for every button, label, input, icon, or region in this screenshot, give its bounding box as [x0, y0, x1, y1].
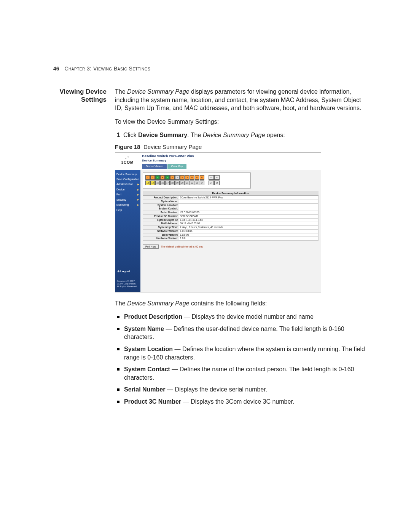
- nav-item-administration[interactable]: Administration▶: [116, 182, 139, 187]
- port-viewer-box: 1234567891011122526 13141516171819202122…: [143, 173, 251, 189]
- figure-device-summary-page: ུ 3COM Baseline Switch 2924-PWR Plus Dev…: [115, 152, 321, 292]
- row-value: 1.3.6.1.4.1.43.1.8.63: [179, 218, 319, 222]
- nav-item-device-summary[interactable]: Device Summary: [116, 172, 139, 177]
- port-15[interactable]: 15: [155, 181, 160, 185]
- nav-item-save-configuration[interactable]: Save Configuration: [116, 177, 139, 182]
- section-side-heading: Viewing Device Settings: [53, 88, 107, 104]
- page-number: 46: [53, 66, 59, 72]
- nav-item-label: Device Summary: [116, 173, 137, 176]
- logout-button[interactable]: Logout: [118, 270, 130, 273]
- breadcrumb: Device Summary: [142, 159, 319, 163]
- row-value: 00:12:a9:40:63:00: [179, 222, 319, 226]
- post-figure-line: The Device Summary Page contains the fol…: [115, 299, 365, 308]
- field-name: Serial Number: [124, 386, 165, 393]
- port-14[interactable]: 14: [150, 181, 155, 185]
- port-7[interactable]: 7: [175, 175, 180, 180]
- nav-item-device[interactable]: Device▶: [116, 187, 139, 192]
- table-row: Boot Version:1.0.0.09: [143, 233, 319, 237]
- port-6[interactable]: 6: [170, 175, 175, 180]
- port-23[interactable]: 23: [195, 181, 199, 185]
- port-8[interactable]: 8: [180, 175, 185, 180]
- nav-item-label: Device: [116, 188, 124, 191]
- vendor-logo: ུ 3COM: [115, 153, 140, 169]
- table-row: Hardware Version:1.0.0: [143, 237, 319, 241]
- poll-row: Poll Now The default polling interval is…: [143, 244, 319, 249]
- step-1: 1 Click Device Summary. The Device Summa…: [115, 131, 365, 139]
- row-key: System Up Time:: [143, 226, 179, 230]
- row-key: System Name:: [143, 200, 179, 203]
- row-value: [179, 200, 319, 203]
- row-value: 3CBL5G24PWR: [179, 214, 319, 218]
- port-12[interactable]: 12: [200, 175, 204, 180]
- uplink-ports: 2728: [209, 181, 220, 185]
- port-13[interactable]: 13: [145, 181, 150, 185]
- port-24[interactable]: 24: [200, 181, 204, 185]
- uplink-port-25[interactable]: 25: [209, 175, 214, 180]
- nav-item-monitoring[interactable]: Monitoring▶: [116, 202, 139, 207]
- table-row: Product 3C Number:3CBL5G24PWR: [143, 214, 319, 218]
- port-19[interactable]: 19: [175, 181, 180, 185]
- field-name: Product Description: [124, 313, 182, 320]
- port-22[interactable]: 22: [190, 181, 194, 185]
- tab-color-key[interactable]: Color Key: [167, 164, 187, 169]
- port-5[interactable]: 5: [165, 175, 170, 180]
- row-value: 3Com Baseline Switch 2924-PWR Plus: [179, 196, 319, 200]
- port-2[interactable]: 2: [150, 175, 155, 180]
- port-11[interactable]: 11: [195, 175, 199, 180]
- document-page: 46 Chapter 3: Viewing Basic Settings Vie…: [0, 0, 411, 532]
- logo-swirl-icon: ུ: [116, 154, 139, 160]
- port-rows: 1234567891011122526 13141516171819202122…: [145, 175, 248, 185]
- nav-item-help[interactable]: Help: [116, 208, 139, 212]
- chapter-label: Chapter 3: Viewing Basic Settings: [64, 66, 150, 72]
- poll-now-button[interactable]: Poll Now: [143, 244, 159, 249]
- side-heading-line: Viewing Device: [60, 88, 107, 95]
- port-21[interactable]: 21: [185, 181, 190, 185]
- nav-item-port[interactable]: Port▶: [116, 192, 139, 197]
- step-text: Click Device Summary. The Device Summary…: [123, 131, 285, 139]
- port-17[interactable]: 17: [165, 181, 170, 185]
- intro-emphasis: Device Summary Page: [127, 88, 190, 95]
- row-key: System Location:: [143, 203, 179, 207]
- port-3[interactable]: 3: [155, 175, 160, 180]
- header-tabs: Device Viewer Color Key: [142, 164, 319, 169]
- step-number: 1: [115, 131, 120, 139]
- port-4[interactable]: 4: [160, 175, 165, 180]
- nav-item-label: Help: [116, 208, 122, 212]
- field-name: System Location: [124, 346, 173, 352]
- port-20[interactable]: 20: [180, 181, 185, 185]
- row-key: Boot Version:: [143, 233, 179, 237]
- intro-paragraph: The Device Summary Page displays paramet…: [115, 88, 365, 112]
- product-title: Baseline Switch 2924-PWR Plus: [142, 154, 319, 158]
- running-header: 46 Chapter 3: Viewing Basic Settings: [53, 66, 150, 72]
- figure-caption: Figure 18 Device Summary Page: [115, 143, 365, 151]
- side-heading-line: Settings: [81, 96, 107, 103]
- table-row: System Name:: [143, 200, 319, 203]
- step-emphasis: Device Summary Page: [203, 132, 265, 138]
- uplink-port-27[interactable]: 27: [209, 181, 214, 185]
- row-key: System Contact:: [143, 207, 179, 211]
- table-row: Software Version:1.01.00b16: [143, 229, 319, 233]
- tab-device-viewer[interactable]: Device Viewer: [142, 164, 167, 169]
- uplink-port-26[interactable]: 26: [214, 175, 220, 180]
- row-value: 1.0.0.09: [179, 233, 319, 237]
- port-18[interactable]: 18: [170, 181, 175, 185]
- field-item: System Contact — Defines the name of the…: [116, 365, 365, 382]
- summary-table: Product Description:3Com Baseline Switch…: [143, 196, 319, 241]
- row-value: 2 days, 8 hours, 9 minutes, 48 seconds: [179, 226, 319, 230]
- nav-item-security[interactable]: Security▶: [116, 197, 139, 202]
- uplink-port-28[interactable]: 28: [214, 181, 220, 185]
- field-item: Product 3C Number — Displays the 3Com de…: [116, 398, 365, 406]
- poll-message: The default polling interval is 60 sec: [161, 245, 203, 248]
- table-row: Serial Number:Y8 CF6/Ch0E300: [143, 211, 319, 215]
- port-10[interactable]: 10: [190, 175, 194, 180]
- nav-item-label: Save Configuration: [116, 177, 139, 181]
- howto-line: To view the Device Summary Settings:: [115, 118, 365, 126]
- field-desc: — Displays the 3Com device 3C number.: [181, 398, 294, 405]
- copyright-text: Copyright © 2007 3Com Corporation. All R…: [117, 280, 139, 288]
- row-key: Serial Number:: [143, 211, 179, 215]
- chevron-right-icon: ▶: [137, 203, 139, 206]
- port-16[interactable]: 16: [160, 181, 165, 185]
- port-1[interactable]: 1: [145, 175, 150, 180]
- port-9[interactable]: 9: [185, 175, 190, 180]
- chevron-right-icon: ▶: [137, 198, 139, 201]
